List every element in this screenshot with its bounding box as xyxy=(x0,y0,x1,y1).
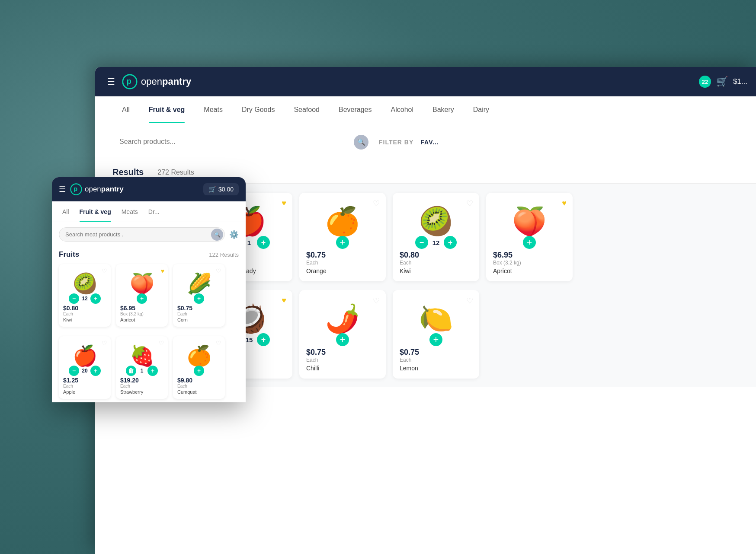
mobile-hamburger-icon[interactable]: ☰ xyxy=(59,185,66,194)
add-to-cart-button[interactable]: + xyxy=(336,236,349,249)
mobile-product-unit: Box (3.2 kg) xyxy=(120,312,163,316)
search-button[interactable]: 🔍 xyxy=(354,135,368,150)
product-card-kiwi: ♡ 🥝 − 12 + $0.80 Each Kiwi xyxy=(393,193,479,281)
svg-text:p: p xyxy=(127,77,131,86)
mobile-product-card-strawberry: ♡ 🍓 🗑 1 + $19.20 Each Strawberry xyxy=(116,336,168,399)
mobile-trash-button[interactable]: 🗑 xyxy=(126,366,136,376)
mobile-add-button[interactable]: + xyxy=(137,293,147,304)
mobile-qty-controls: − 12 + xyxy=(69,293,101,304)
product-card-orange: ♡ 🍊 + $0.75 Each Orange xyxy=(299,193,386,281)
increment-button[interactable]: + xyxy=(444,236,457,249)
cat-item-beverages[interactable]: Beverages xyxy=(329,96,381,123)
qty-controls: + xyxy=(336,236,349,249)
add-to-cart-button[interactable]: + xyxy=(336,333,349,346)
product-image-area: 🍑 + xyxy=(493,200,566,243)
cart-total: $1... xyxy=(733,77,747,86)
mobile-quantity-display: 12 xyxy=(81,296,89,302)
mobile-product-name: Strawberry xyxy=(120,389,163,395)
mobile-increment-button[interactable]: + xyxy=(90,366,101,376)
qty-controls: + xyxy=(523,236,536,249)
mobile-section-header: Fruits 122 Results xyxy=(52,247,246,261)
cat-item-fruit-veg[interactable]: Fruit & veg xyxy=(139,96,195,123)
product-unit: Box (3.2 kg) xyxy=(493,260,566,266)
product-price: $6.95 xyxy=(493,251,566,260)
mobile-product-card-cumquat2: ♡ 🍊 + $9.80 Each Cumquat xyxy=(173,336,225,399)
mobile-cat-fruit-veg[interactable]: Fruit & veg xyxy=(74,201,116,222)
product-name: Lemon xyxy=(400,365,472,372)
cat-item-seafood[interactable]: Seafood xyxy=(284,96,329,123)
mobile-search-button[interactable]: 🔍 xyxy=(211,229,223,241)
product-image-area: 🍊 + xyxy=(306,200,379,243)
mobile-decrement-button[interactable]: − xyxy=(69,366,79,376)
product-price: $0.75 xyxy=(306,251,379,260)
mobile-cat-dry[interactable]: Dr... xyxy=(143,201,165,222)
mobile-logo-icon: p xyxy=(70,183,82,195)
mobile-product-price: $9.80 xyxy=(177,377,221,384)
mobile-cart[interactable]: 🛒 $0.00 xyxy=(203,183,239,195)
mobile-product-card-corn: ♡ 🌽 + $0.75 Each Corn xyxy=(173,264,225,327)
mobile-product-image: 🍊 xyxy=(187,344,211,367)
cat-item-dairy[interactable]: Dairy xyxy=(464,96,499,123)
cat-item-dry-goods[interactable]: Dry Goods xyxy=(232,96,284,123)
mobile-filter-button[interactable]: ⚙️ xyxy=(229,230,239,239)
results-count: 272 Results xyxy=(157,169,194,176)
header: ☰ p openpantry 22 🛒 $1... xyxy=(95,67,756,96)
mobile-product-price: $19.20 xyxy=(120,377,163,384)
product-card-apricot: ♥ 🍑 + $6.95 Box (3.2 kg) Apricot xyxy=(486,193,573,281)
mobile-cat-meats[interactable]: Meats xyxy=(116,201,143,222)
mobile-product-image: 🥝 xyxy=(73,272,97,295)
fav-filter[interactable]: Fav... xyxy=(420,139,439,146)
search-input[interactable] xyxy=(112,133,372,151)
cat-item-alcohol[interactable]: Alcohol xyxy=(381,96,423,123)
cart-badge: 22 xyxy=(699,76,711,88)
mobile-results-count: 122 Results xyxy=(209,252,239,258)
cart-icon[interactable]: 🛒 xyxy=(716,76,728,87)
mobile-logo: p openpantry xyxy=(70,183,124,195)
mobile-product-unit: Each xyxy=(120,384,163,388)
product-name: Kiwi xyxy=(400,267,472,274)
add-to-cart-button[interactable]: + xyxy=(523,236,536,249)
mobile-increment-button[interactable]: + xyxy=(90,293,101,304)
mobile-product-name: Apple xyxy=(63,389,106,395)
product-image: 🍊 xyxy=(325,207,360,235)
decrement-button[interactable]: − xyxy=(415,236,428,249)
increment-button[interactable]: + xyxy=(257,236,270,249)
product-unit: Each xyxy=(306,357,379,363)
product-image-area: 🍋 + xyxy=(400,297,472,340)
cat-item-bakery[interactable]: Bakery xyxy=(423,96,464,123)
qty-controls: + xyxy=(429,333,442,346)
product-price: $0.75 xyxy=(400,348,472,357)
increment-button[interactable]: + xyxy=(257,333,270,346)
search-area: 🔍 FILTER BY Fav... xyxy=(95,123,756,161)
mobile-product-card-apricot: ♥ 🍑 + $6.95 Box (3.2 kg) Apricot xyxy=(116,264,168,327)
svg-text:p: p xyxy=(74,185,77,192)
mobile-product-image-area: 🍊 + xyxy=(177,341,221,371)
cat-item-all[interactable]: All xyxy=(112,96,139,123)
mobile-qty-controls: + xyxy=(194,293,204,304)
search-bar: 🔍 xyxy=(112,133,372,151)
mobile-decrement-button[interactable]: − xyxy=(69,293,79,304)
mobile-product-image-area: 🍑 + xyxy=(120,268,163,299)
mobile-search-input[interactable] xyxy=(59,227,225,242)
mobile-product-unit: Each xyxy=(63,384,106,388)
mobile-product-price: $0.75 xyxy=(177,305,221,312)
mobile-quantity-display: 20 xyxy=(81,368,89,374)
mobile-add-button[interactable]: + xyxy=(194,366,204,376)
cat-item-meats[interactable]: Meats xyxy=(194,96,232,123)
product-image-area: 🥝 − 12 + xyxy=(400,200,472,243)
mobile-overlay-window: ☰ p openpantry 🛒 $0.00 All Fruit & veg M… xyxy=(52,177,246,402)
mobile-increment-button[interactable]: + xyxy=(147,366,158,376)
quantity-display: 12 xyxy=(431,239,441,246)
mobile-search-row: 🔍 ⚙️ xyxy=(52,222,246,247)
mobile-product-image: 🍓 xyxy=(130,344,154,367)
hamburger-icon[interactable]: ☰ xyxy=(107,76,115,87)
add-to-cart-button[interactable]: + xyxy=(429,333,442,346)
mobile-product-image: 🍑 xyxy=(130,272,154,295)
mobile-product-price: $6.95 xyxy=(120,305,163,312)
product-name: Apricot xyxy=(493,267,566,274)
mobile-product-unit: Each xyxy=(177,384,221,388)
mobile-cat-all[interactable]: All xyxy=(57,201,74,222)
product-image-area: 🌶️ + xyxy=(306,297,379,340)
mobile-add-button[interactable]: + xyxy=(194,293,204,304)
mobile-product-card-kiwi: ♡ 🥝 − 12 + $0.80 Each Kiwi xyxy=(59,264,111,327)
